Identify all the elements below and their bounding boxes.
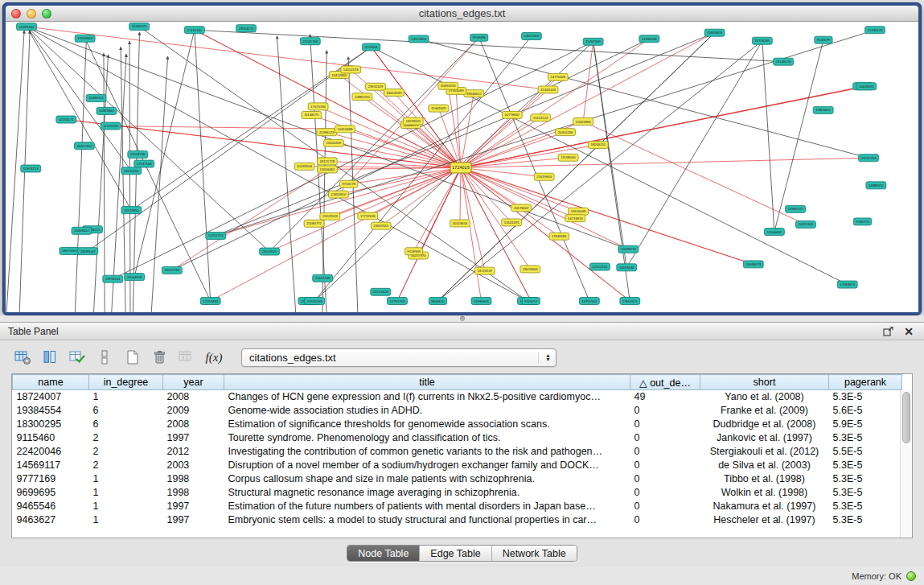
cell-year[interactable]: 1997 [163,500,224,513]
panel-splitter[interactable] [0,315,924,322]
cell-short[interactable]: Wolkin et al. (1998) [700,486,829,500]
cell-year[interactable]: 2008 [163,390,224,404]
row-tools-icon[interactable] [93,348,116,367]
table-row[interactable]: 911546021997Tourette syndrome. Phenomeno… [13,431,902,445]
cell-name[interactable]: 19384554 [13,404,89,418]
cell-in_degree[interactable]: 1 [89,390,163,404]
cell-out_degree[interactable]: 0 [630,500,700,513]
cell-pagerank[interactable]: 5.9E-5 [829,418,902,431]
cell-title[interactable]: Corpus callosum shape and size in male p… [224,472,630,486]
table-row[interactable]: 1872400712008Changes of HCN gene express… [13,390,902,404]
cell-title[interactable]: Structural magnetic resonance image aver… [224,486,630,500]
cell-in_degree[interactable]: 2 [89,445,163,459]
cell-out_degree[interactable]: 0 [630,445,700,459]
table-row[interactable]: 1830029562008Estimation of significance … [13,418,902,431]
cell-out_degree[interactable]: 0 [630,418,700,431]
close-button[interactable] [11,9,21,19]
cell-year[interactable]: 1998 [163,486,224,500]
column-header-short[interactable]: short [700,375,829,390]
column-header-name[interactable]: name [13,375,89,390]
cell-in_degree[interactable]: 1 [89,513,163,527]
scrollbar-thumb[interactable] [902,392,910,443]
cell-year[interactable]: 2008 [163,418,224,431]
cell-year[interactable]: 1997 [163,513,224,527]
table-row[interactable]: 946554611997Estimation of the future num… [13,500,902,513]
cell-out_degree[interactable]: 0 [630,513,700,527]
table-row[interactable]: 946362711997Embryonic stem cells: a mode… [13,513,902,527]
tab-node-table[interactable]: Node Table [347,546,419,561]
export-table-icon[interactable] [66,348,88,367]
cell-in_degree[interactable]: 6 [89,418,163,431]
cell-out_degree[interactable]: 0 [630,404,700,418]
cell-name[interactable]: 9777169 [13,472,89,486]
cell-in_degree[interactable]: 6 [89,404,163,418]
cell-out_degree[interactable]: 0 [630,472,700,486]
cell-short[interactable]: Stergiakouli et al. (2012) [700,445,829,459]
cell-in_degree[interactable]: 1 [89,500,163,513]
cell-title[interactable]: Genome-wide association studies in ADHD. [224,404,630,418]
network-graph[interactable]: 1812177817070334181160482165281019222928… [6,22,918,312]
table-mode-icon[interactable] [11,348,34,367]
cell-in_degree[interactable]: 1 [89,486,163,500]
window-titlebar[interactable]: citations_edges.txt [6,6,918,22]
cell-out_degree[interactable]: 0 [630,431,700,445]
table-row[interactable]: 2242004622012Investigating the contribut… [13,445,902,459]
cell-year[interactable]: 2003 [163,459,224,472]
cell-name[interactable]: 9699695 [13,486,89,500]
cell-short[interactable]: Hescheler et al. (1997) [700,513,829,527]
network-canvas[interactable]: 1812177817070334181160482165281019222928… [6,22,918,312]
column-header-pagerank[interactable]: pagerank [829,375,902,390]
cell-title[interactable]: Changes of HCN gene expression and I(f) … [224,390,630,404]
cell-pagerank[interactable]: 5.3E-5 [829,513,902,527]
column-header-year[interactable]: year [163,375,224,390]
cell-in_degree[interactable]: 2 [89,459,163,472]
cell-title[interactable]: Estimation of the future numbers of pati… [224,500,630,513]
cell-short[interactable]: Nakamura et al. (1997) [700,500,829,513]
table-select[interactable]: citations_edges.txt ▲▼ [241,348,556,367]
table-row[interactable]: 977716911998Corpus callosum shape and si… [13,472,902,486]
cell-short[interactable]: Yano et al. (2008) [700,390,829,404]
cell-year[interactable]: 2009 [163,404,224,418]
table-vertical-scrollbar[interactable] [900,390,912,538]
cell-short[interactable]: de Silva et al. (2003) [700,459,829,472]
cell-title[interactable]: Tourette syndrome. Phenomenology and cla… [224,431,630,445]
column-visibility-icon[interactable] [39,348,61,367]
cell-out_degree[interactable]: 0 [630,486,700,500]
cell-name[interactable]: 18724007 [13,390,89,404]
cell-name[interactable]: 9115460 [13,431,89,445]
cell-out_degree[interactable]: 49 [630,390,700,404]
float-panel-icon[interactable] [881,325,895,338]
table-row[interactable]: 1938455462009Genome-wide association stu… [13,404,902,418]
cell-out_degree[interactable]: 0 [630,459,700,472]
function-builder-icon[interactable]: f(x) [203,348,225,367]
cell-pagerank[interactable]: 5.3E-5 [829,390,902,404]
cell-pagerank[interactable]: 5.3E-5 [829,472,902,486]
delete-column-icon[interactable] [148,348,170,367]
cell-short[interactable]: Franke et al. (2009) [700,404,829,418]
cell-short[interactable]: Tibbo et al. (1998) [700,472,829,486]
cell-name[interactable]: 14569117 [13,459,89,472]
tab-edge-table[interactable]: Edge Table [419,546,491,561]
cell-title[interactable]: Embryonic stem cells: a model to study s… [224,513,630,527]
tab-network-table[interactable]: Network Table [491,546,577,561]
cell-pagerank[interactable]: 5.6E-5 [829,404,902,418]
column-header-in_degree[interactable]: in_degree [89,375,163,390]
new-column-icon[interactable] [121,348,143,367]
cell-year[interactable]: 1998 [163,472,224,486]
column-header-title[interactable]: title [224,375,630,390]
close-panel-icon[interactable]: ✕ [901,325,916,338]
column-header-out_degree[interactable]: △ out_de… [630,375,700,390]
cell-year[interactable]: 2012 [163,445,224,459]
cell-name[interactable]: 18300295 [13,418,89,431]
cell-name[interactable]: 22420046 [13,445,89,459]
cell-pagerank[interactable]: 5.3E-5 [829,431,902,445]
cell-in_degree[interactable]: 2 [89,431,163,445]
cell-name[interactable]: 9465546 [13,500,89,513]
cell-in_degree[interactable]: 1 [89,472,163,486]
cell-year[interactable]: 1997 [163,431,224,445]
zoom-button[interactable] [42,9,51,19]
cell-title[interactable]: Investigating the contribution of common… [224,445,630,459]
cell-pagerank[interactable]: 5.3E-5 [829,500,902,513]
cell-title[interactable]: Disruption of a novel member of a sodium… [224,459,630,472]
cell-pagerank[interactable]: 5.5E-5 [829,445,902,459]
